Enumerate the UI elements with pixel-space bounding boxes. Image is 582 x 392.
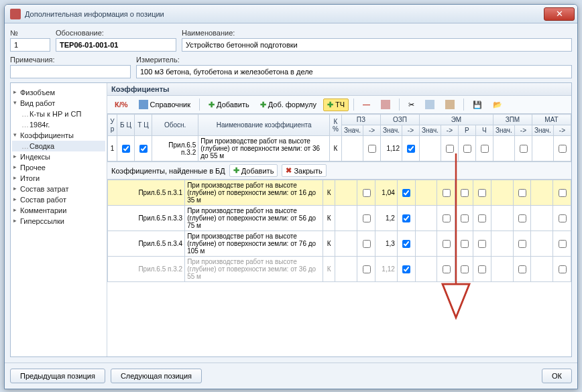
open-button[interactable]: 📂 bbox=[489, 99, 506, 111]
grid-checkbox[interactable] bbox=[518, 265, 526, 273]
tch-button[interactable]: ✚ТЧ bbox=[323, 99, 349, 111]
scissors-icon: ✂ bbox=[408, 101, 414, 109]
tree-node[interactable]: Индексы bbox=[12, 151, 105, 162]
grid-checkbox[interactable] bbox=[463, 145, 471, 153]
tree-node[interactable]: Итоги bbox=[12, 173, 105, 184]
disk-icon: 💾 bbox=[473, 101, 482, 109]
tree-node[interactable]: Сводка bbox=[12, 141, 105, 151]
grid-checkbox[interactable] bbox=[139, 145, 148, 153]
paste-button[interactable] bbox=[441, 98, 459, 111]
grid-checkbox[interactable] bbox=[461, 265, 469, 273]
panel-header: Коэффициенты bbox=[107, 83, 571, 96]
grid-checkbox[interactable] bbox=[407, 145, 415, 153]
tree-node[interactable]: Гиперссылки bbox=[12, 216, 105, 226]
copy-icon bbox=[425, 100, 434, 109]
tree-node[interactable]: Прочее bbox=[12, 162, 105, 173]
footer: Предыдущая позиция Следующая позиция ОК bbox=[5, 363, 577, 389]
grid-checkbox[interactable] bbox=[559, 189, 567, 197]
plus-icon: ✚ bbox=[260, 101, 266, 109]
tree-node[interactable]: Вид работ bbox=[12, 98, 105, 109]
delete-button[interactable]: — bbox=[359, 99, 374, 111]
table-row[interactable]: 1 Прил.6.5 п.3.2При производстве работ н… bbox=[108, 136, 571, 161]
grid-checkbox[interactable] bbox=[402, 240, 410, 248]
tree-node[interactable]: 1984г. bbox=[12, 119, 105, 130]
izm-label: Измеритель: bbox=[136, 56, 572, 64]
grid-checkbox[interactable] bbox=[443, 189, 451, 197]
grid-checkbox[interactable] bbox=[363, 189, 371, 197]
grid-checkbox[interactable] bbox=[518, 214, 526, 222]
grid-checkbox[interactable] bbox=[368, 145, 376, 153]
content: № Обоснование: Наименование: Примечания:… bbox=[5, 23, 577, 363]
grid-checkbox[interactable] bbox=[402, 189, 410, 197]
grid-checkbox[interactable] bbox=[520, 145, 528, 153]
prim-label: Примечания: bbox=[10, 56, 131, 64]
plus-icon: ✚ bbox=[209, 101, 215, 109]
grid-checkbox[interactable] bbox=[461, 240, 469, 248]
table-row[interactable]: Прил.6.5 п.3.1При производстве работ на … bbox=[108, 180, 571, 206]
grid-checkbox[interactable] bbox=[478, 189, 486, 197]
add-button[interactable]: ✚Добавить bbox=[205, 99, 253, 111]
grid-checkbox[interactable] bbox=[461, 214, 469, 222]
grid-checkbox[interactable] bbox=[481, 145, 489, 153]
grid-checkbox[interactable] bbox=[443, 214, 451, 222]
erase-button[interactable] bbox=[377, 98, 394, 111]
grid-checkbox[interactable] bbox=[443, 240, 451, 248]
ref-button[interactable]: Справочник bbox=[135, 98, 195, 111]
coef-grid[interactable]: У рБ ЦТ Ц Обосн.Наименование коэффициент… bbox=[107, 114, 571, 161]
found-close-button[interactable]: ✖Закрыть bbox=[282, 164, 326, 177]
grid-checkbox[interactable] bbox=[559, 145, 567, 153]
found-add-button[interactable]: ✚Добавить bbox=[229, 164, 278, 177]
table-row[interactable]: Прил.6.5 п.3.2При производстве работ на … bbox=[108, 257, 571, 282]
grid-checkbox[interactable] bbox=[478, 214, 486, 222]
grid-checkbox[interactable] bbox=[478, 240, 486, 248]
folder-icon: 📂 bbox=[493, 101, 502, 109]
titlebar: Дополнительная информация о позиции ✕ bbox=[5, 5, 577, 23]
naim-label: Наименование: bbox=[182, 29, 572, 37]
num-field[interactable] bbox=[10, 38, 50, 52]
next-button[interactable]: Следующая позиция bbox=[111, 369, 202, 383]
tree-node[interactable]: Коэффициенты bbox=[12, 130, 105, 141]
prim-field[interactable] bbox=[10, 65, 131, 78]
close-button[interactable]: ✕ bbox=[544, 7, 575, 21]
num-label: № bbox=[10, 29, 50, 37]
paste-icon bbox=[445, 100, 455, 109]
prev-button[interactable]: Предыдущая позиция bbox=[10, 369, 105, 383]
grid-checkbox[interactable] bbox=[402, 265, 410, 273]
grid-checkbox[interactable] bbox=[518, 189, 526, 197]
table-row[interactable]: Прил.6.5 п.3.3При производстве работ на … bbox=[108, 206, 571, 231]
grid-checkbox[interactable] bbox=[363, 265, 371, 273]
osn-field[interactable] bbox=[56, 38, 176, 52]
grid-checkbox[interactable] bbox=[402, 214, 410, 222]
add-formula-button[interactable]: ✚Доб. формулу bbox=[256, 99, 321, 111]
grid-checkbox[interactable] bbox=[478, 265, 486, 273]
book-icon bbox=[139, 100, 148, 109]
osn-label: Обоснование: bbox=[56, 29, 176, 37]
grid-checkbox[interactable] bbox=[559, 240, 567, 248]
copy-button[interactable] bbox=[421, 98, 439, 111]
grid-checkbox[interactable] bbox=[446, 145, 454, 153]
tree-node[interactable]: Состав затрат bbox=[12, 184, 105, 194]
grid-checkbox[interactable] bbox=[122, 145, 130, 153]
grid-checkbox[interactable] bbox=[518, 240, 526, 248]
tree-node[interactable]: Комментарии bbox=[12, 205, 105, 216]
table-row[interactable]: Прил.6.5 п.3.4При производстве работ на … bbox=[108, 231, 571, 257]
found-grid[interactable]: Прил.6.5 п.3.1При производстве работ на … bbox=[107, 180, 571, 356]
tree-node[interactable]: Состав работ bbox=[12, 194, 105, 205]
grid-checkbox[interactable] bbox=[443, 265, 451, 273]
grid-checkbox[interactable] bbox=[363, 214, 371, 222]
naim-field[interactable] bbox=[182, 38, 572, 52]
grid-checkbox[interactable] bbox=[559, 265, 567, 273]
izm-field[interactable] bbox=[136, 65, 572, 78]
cut-button[interactable]: ✂ bbox=[404, 99, 418, 111]
tree-node[interactable]: К-ты к НР и СП bbox=[12, 109, 105, 119]
minus-icon: — bbox=[363, 101, 370, 109]
tree-node[interactable]: Физобъем bbox=[12, 87, 105, 98]
nav-tree[interactable]: ФизобъемВид работК-ты к НР и СП1984г.Коэ… bbox=[11, 83, 107, 356]
eraser-icon bbox=[381, 100, 390, 109]
grid-checkbox[interactable] bbox=[559, 214, 567, 222]
ok-button[interactable]: ОК bbox=[542, 369, 572, 383]
kpct-button[interactable]: К/% bbox=[111, 99, 132, 111]
grid-checkbox[interactable] bbox=[363, 240, 371, 248]
grid-checkbox[interactable] bbox=[461, 189, 469, 197]
save-button[interactable]: 💾 bbox=[469, 99, 486, 111]
